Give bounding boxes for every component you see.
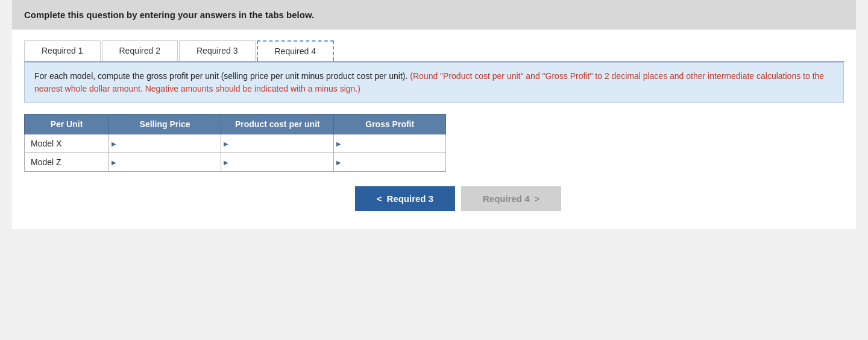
tab-required-1[interactable]: Required 1 — [24, 40, 101, 61]
model-z-selling-price-input[interactable] — [119, 153, 221, 171]
model-z-gross-profit-input[interactable] — [344, 153, 445, 171]
gross-profit-table: Per Unit Selling Price Product cost per … — [24, 114, 446, 172]
main-content: Required 1 Required 2 Required 3 Require… — [12, 30, 856, 229]
model-x-selling-price-input[interactable] — [119, 134, 221, 153]
model-x-selling-price-cell: ▶ — [109, 134, 221, 153]
col-header-per-unit: Per Unit — [25, 115, 109, 134]
prev-button-label: Required 3 — [386, 194, 433, 204]
arrow-icon-5: ▶ — [221, 159, 231, 166]
arrow-icon-2: ▶ — [221, 140, 231, 147]
tabs-row: Required 1 Required 2 Required 3 Require… — [24, 30, 844, 62]
nav-buttons: < Required 3 Required 4 > — [72, 186, 844, 211]
col-header-gross-profit: Gross Profit — [334, 115, 446, 134]
tab-required-2[interactable]: Required 2 — [102, 40, 178, 61]
model-z-product-cost-input[interactable] — [231, 153, 333, 171]
col-header-selling-price: Selling Price — [109, 115, 221, 134]
model-z-label: Model Z — [25, 153, 109, 172]
table-row: Model X ▶ ▶ — [25, 134, 446, 153]
model-x-label: Model X — [25, 134, 109, 153]
col-header-product-cost: Product cost per unit — [221, 115, 334, 134]
model-x-gross-profit-cell: ▶ — [334, 134, 446, 153]
arrow-icon-4: ▶ — [109, 159, 119, 166]
arrow-icon-1: ▶ — [109, 140, 119, 147]
next-button-label: Required 4 — [483, 194, 530, 204]
header-instruction: Complete this question by entering your … — [24, 10, 314, 20]
tab-required-4[interactable]: Required 4 — [257, 40, 335, 61]
page-wrapper: Complete this question by entering your … — [12, 0, 856, 229]
model-z-gross-profit-cell: ▶ — [334, 153, 446, 172]
model-z-selling-price-cell: ▶ — [109, 153, 221, 172]
model-z-product-cost-cell: ▶ — [221, 153, 334, 172]
arrow-icon-6: ▶ — [334, 159, 344, 166]
next-button[interactable]: Required 4 > — [461, 186, 561, 211]
instruction-box: For each model, compute the gross profit… — [24, 62, 844, 103]
prev-icon: < — [377, 194, 382, 204]
next-icon: > — [535, 194, 540, 204]
arrow-icon-3: ▶ — [334, 140, 344, 147]
instruction-main: For each model, compute the gross profit… — [34, 71, 407, 81]
model-x-gross-profit-input[interactable] — [344, 134, 445, 153]
table-row: Model Z ▶ ▶ — [25, 153, 446, 172]
table-section: Per Unit Selling Price Product cost per … — [24, 114, 844, 172]
tab-required-3[interactable]: Required 3 — [179, 40, 256, 61]
model-x-product-cost-cell: ▶ — [221, 134, 334, 153]
header-banner: Complete this question by entering your … — [12, 0, 856, 30]
prev-button[interactable]: < Required 3 — [355, 186, 455, 211]
model-x-product-cost-input[interactable] — [231, 134, 333, 153]
